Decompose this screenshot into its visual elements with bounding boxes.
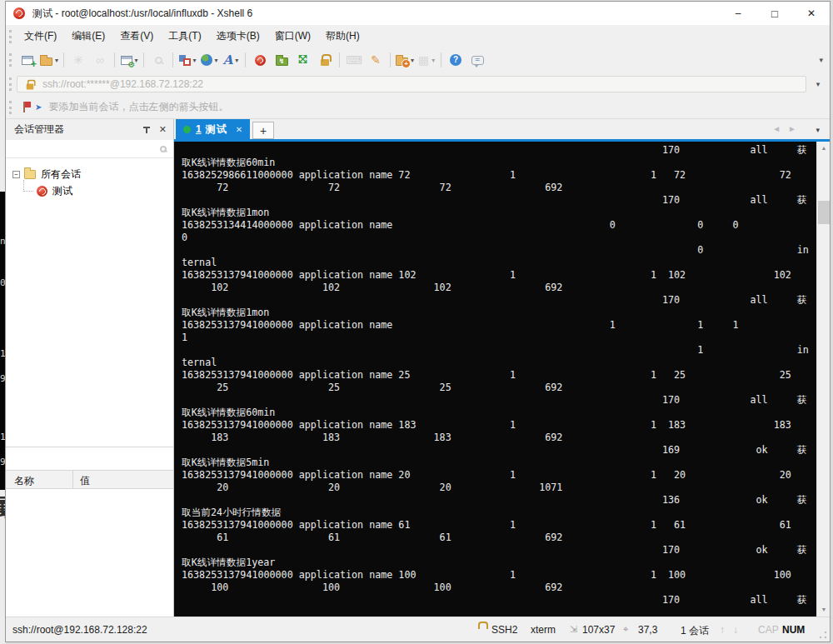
tab-scroll-right-icon[interactable]: ► <box>788 124 796 133</box>
session-manager-panel: 会话管理器 ✕ − 所有会话 测试 <box>6 119 174 617</box>
tab-scroll-left-icon[interactable]: ◄ <box>772 124 781 133</box>
new-session-icon <box>22 56 33 65</box>
menu-item-help[interactable]: 帮助(H) <box>318 26 367 47</box>
open-folder-button[interactable]: ▾ <box>40 50 58 70</box>
tree-item-test-session[interactable]: 测试 <box>6 182 173 199</box>
tab-index: 1 <box>196 123 202 135</box>
font-button[interactable]: A▾ <box>222 50 240 70</box>
menu-item-edit[interactable]: 编辑(E) <box>64 26 112 47</box>
session-search-input[interactable] <box>12 142 160 156</box>
highlight-pen-button[interactable]: ✎ <box>367 50 385 70</box>
terminal-size-icon: ⇲ <box>570 624 577 635</box>
dropdown-caret-icon: ▾ <box>193 57 197 64</box>
lock-screen-button[interactable] <box>316 50 334 70</box>
tile-windows-button[interactable]: ▦▾ <box>417 50 436 70</box>
terminal-screen[interactable]: 170 all 获 取K线详情数据60min 16382529866110000… <box>174 142 830 617</box>
lock-icon <box>27 83 34 89</box>
feedback-button[interactable]: = <box>468 50 486 70</box>
new-session-button[interactable] <box>18 50 37 70</box>
toolbar-separator <box>390 52 391 67</box>
address-dropdown-button[interactable]: ▾ <box>810 80 826 88</box>
new-file-transfer-button[interactable]: ▾ <box>396 50 414 70</box>
drag-grip <box>9 30 12 43</box>
menu-item-tabs[interactable]: 选项卡(B) <box>209 26 267 47</box>
compose-bar-icon <box>179 55 191 66</box>
help-button[interactable]: ? <box>446 50 465 70</box>
address-input[interactable]: ssh://root:******@192.168.72.128:22 <box>42 78 203 90</box>
close-button[interactable]: ✕ <box>793 2 830 25</box>
info-bar: ➤ 要添加当前会话，点击左侧的箭头按钮。 <box>6 96 830 119</box>
tab-scroll-controls: ◄► <box>765 124 796 133</box>
properties-header: 名称 值 <box>6 470 173 489</box>
tab-close-icon[interactable]: ✕ <box>236 125 242 134</box>
disconnect-button[interactable]: ✳ <box>69 50 87 70</box>
terminal-output: 170 all 获 取K线详情数据60min 16382529866110000… <box>182 144 809 607</box>
launch-xftp-button[interactable] <box>272 50 291 70</box>
xshell-window: 测试 - root@localhost:/usr/local/influxdb … <box>5 1 831 642</box>
new-xshell-session-button[interactable] <box>251 50 269 70</box>
status-cursor-position: 37,3 <box>638 624 657 636</box>
lock-screen-icon <box>321 59 329 66</box>
toolbar: ▾✳∞▾▾▾A▾⌨✎▾▦▾?=▾ <box>6 47 830 72</box>
terminal-tab-active[interactable]: 1 测试 ✕ <box>176 119 250 139</box>
reconnect-button[interactable]: ∞ <box>91 50 109 70</box>
window-title: 测试 - root@localhost:/usr/local/influxdb … <box>32 7 720 21</box>
menu-item-tools[interactable]: 工具(T) <box>161 26 208 47</box>
toolbar-overflow-caret-icon[interactable]: ▾ <box>819 56 823 64</box>
drag-grip <box>9 101 12 114</box>
scrollbar-thumb[interactable] <box>818 201 830 224</box>
disconnect-icon: ✳ <box>73 54 83 66</box>
flag-icon <box>23 102 33 112</box>
fullscreen-icon <box>297 54 309 66</box>
address-bar[interactable]: ssh://root:******@192.168.72.128:22 <box>17 76 806 92</box>
status-caps-indicator: CAP <box>758 624 779 636</box>
main-area: 会话管理器 ✕ − 所有会话 测试 <box>6 119 830 617</box>
properties-name-column: 名称 <box>6 471 72 488</box>
menu-item-view[interactable]: 查看(V) <box>112 26 161 47</box>
encoding-globe-icon <box>201 54 212 66</box>
cursor-position-icon: ⌖ <box>623 624 628 635</box>
session-panel-header: 会话管理器 ✕ <box>6 119 173 140</box>
address-bar-row: ssh://root:******@192.168.72.128:22 ▾ <box>6 72 830 96</box>
toolbar-separator <box>339 52 340 67</box>
panel-close-icon[interactable]: ✕ <box>159 124 167 135</box>
compose-bar-button[interactable]: ▾ <box>178 50 197 70</box>
tile-windows-icon: ▦ <box>418 54 429 66</box>
toolbar-separator <box>441 52 441 67</box>
session-properties-icon <box>121 56 132 65</box>
menu-item-window[interactable]: 窗口(W) <box>267 26 318 47</box>
session-up-icon[interactable]: ↑ <box>720 624 725 636</box>
dropdown-caret-icon: ▾ <box>431 57 435 64</box>
scrollbar-up-icon[interactable]: ▲ <box>817 142 830 155</box>
arrow-icon: ➤ <box>35 102 42 112</box>
dropdown-caret-icon: ▾ <box>235 57 238 64</box>
tree-expander-icon[interactable]: − <box>12 171 20 178</box>
reconnect-icon: ∞ <box>96 54 104 66</box>
help-icon: ? <box>450 54 461 66</box>
session-search-box[interactable] <box>6 140 173 158</box>
info-text: 要添加当前会话，点击左侧的箭头按钮。 <box>48 100 228 114</box>
resize-grip[interactable] <box>819 631 827 639</box>
minimize-button[interactable]: – <box>720 2 756 25</box>
scrollbar-down-icon[interactable]: ▼ <box>817 603 830 617</box>
virtual-keyboard-button[interactable]: ⌨ <box>345 50 363 70</box>
maximize-button[interactable]: □ <box>756 2 793 25</box>
session-down-icon[interactable]: ↓ <box>733 624 738 636</box>
pin-icon[interactable] <box>142 125 151 135</box>
launch-xftp-icon <box>276 57 288 66</box>
find-button[interactable] <box>149 50 167 70</box>
status-protocol: SSH2 <box>491 624 517 636</box>
status-bar: ssh://root@192.168.72.128:22 SSH2 xterm … <box>6 617 830 642</box>
encoding-globe-button[interactable]: ▾ <box>200 50 218 70</box>
tree-item-label: 所有会话 <box>41 167 81 182</box>
search-icon <box>160 146 167 152</box>
tab-bar: 1 测试 ✕ + ◄► ▾ <box>174 119 830 139</box>
tab-list-dropdown-icon[interactable]: ▾ <box>816 126 820 134</box>
fullscreen-button[interactable] <box>294 50 312 70</box>
session-properties-button[interactable]: ▾ <box>120 50 138 70</box>
new-tab-button[interactable]: + <box>252 122 274 139</box>
toolbar-separator <box>245 52 246 67</box>
menu-item-file[interactable]: 文件(F) <box>17 26 64 47</box>
drag-grip <box>9 53 12 67</box>
terminal-scrollbar[interactable]: ▲ ▼ <box>816 142 830 617</box>
